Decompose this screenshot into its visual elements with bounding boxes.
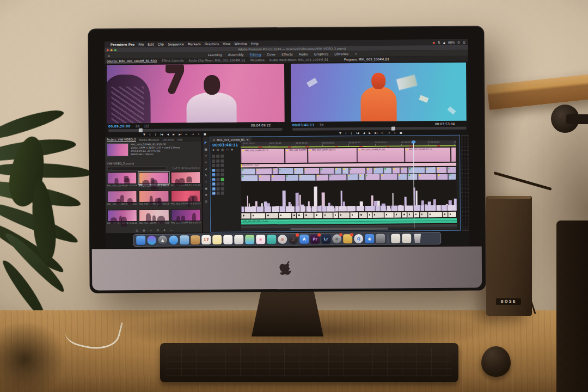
track-v3[interactable]: MXL_003_1004M_B1 [V]MXL_003_1004M_B1 [V]… [241, 148, 456, 163]
dock-system-preferences-icon[interactable]: ⚙ [332, 234, 341, 243]
tab-effect-controls[interactable]: Effect Controls [162, 59, 183, 63]
dock-reminders-icon[interactable] [223, 235, 232, 244]
timeline-tracks[interactable]: MXL_003_1004M_B1 [V]MXL_003_1004M_B1 [V]… [241, 146, 457, 230]
transport-button[interactable]: ▶I [375, 131, 377, 134]
timeline-clip[interactable] [328, 174, 346, 180]
audio-clip[interactable] [339, 212, 350, 218]
timeline-clip[interactable] [293, 168, 303, 174]
transport-button[interactable]: ⇥ [192, 132, 194, 136]
solo-toggle[interactable] [220, 182, 224, 186]
track-toggle[interactable] [212, 159, 215, 162]
track-music[interactable]: VINI_MIX_MASTER_v3.wav [241, 218, 457, 225]
transport-button[interactable]: ▶ [173, 132, 175, 136]
minimize-window-icon[interactable] [111, 49, 113, 51]
timeline-clip[interactable] [347, 174, 358, 180]
timeline-clip[interactable] [271, 206, 279, 212]
timeline-clip[interactable] [373, 168, 383, 174]
timeline-clip[interactable] [408, 167, 425, 173]
track-toggle[interactable] [216, 155, 219, 158]
transport-button[interactable]: ⇤ [381, 131, 383, 134]
close-window-icon[interactable] [107, 49, 109, 51]
playhead-handle[interactable] [412, 140, 415, 143]
timeline-clip[interactable] [437, 167, 446, 173]
clip-thumbnail[interactable] [170, 209, 200, 221]
timeline-clip[interactable] [327, 206, 334, 211]
timeline-clip-v3[interactable] [451, 148, 456, 162]
solo-toggle[interactable] [221, 192, 224, 195]
timeline-clip[interactable] [334, 206, 338, 211]
timeline-clip[interactable] [285, 175, 298, 181]
dock-zoom-icon[interactable]: ◉ [365, 234, 374, 243]
transport-button[interactable]: ⇥ [388, 131, 390, 134]
timeline-header-icon[interactable]: ⊶ [226, 148, 229, 151]
transport-button[interactable]: ■ [400, 131, 402, 134]
audio-clip[interactable] [448, 212, 456, 217]
zoom-window-icon[interactable] [114, 49, 117, 51]
search-input[interactable]: ⌕ [107, 167, 167, 171]
dock-restricted-icon[interactable]: ⊘ [278, 235, 287, 244]
tab-project-3[interactable]: Info [177, 138, 183, 141]
tool-icon-5[interactable]: ✎ [205, 174, 207, 177]
dock-lightroom-icon[interactable]: Lr [321, 234, 330, 243]
timeline-clip[interactable] [316, 174, 328, 180]
track-toggle[interactable] [216, 164, 219, 167]
timeline-clip[interactable] [334, 168, 341, 174]
workspace-overflow-icon[interactable]: » [355, 52, 357, 56]
transport-button[interactable]: ⇩ [394, 131, 396, 134]
timeline-clip[interactable] [414, 205, 419, 211]
clip-thumbnail[interactable] [107, 172, 137, 184]
tab-audio-clip-mixer[interactable]: Audio Clip Mixer: MXL_003_1004M_B1 [188, 58, 245, 63]
audio-clip[interactable] [251, 213, 265, 218]
timeline-clip[interactable] [400, 167, 407, 173]
track-audio-a1[interactable] [241, 212, 457, 219]
project-footer-icon[interactable]: ▦ [143, 229, 145, 232]
audio-track-header[interactable]: A3 [212, 177, 239, 181]
audio-track-header[interactable]: A6 [212, 192, 240, 195]
audio-clip[interactable] [241, 213, 250, 218]
timeline-clip[interactable] [437, 174, 448, 180]
tool-icon-0[interactable]: ◤ [205, 141, 207, 144]
audio-track-header[interactable]: A5 [212, 187, 240, 190]
dock-notes-icon[interactable] [212, 235, 222, 244]
audio-track-header[interactable]: A4 [212, 182, 239, 186]
timeline-clip[interactable] [447, 167, 456, 173]
timeline-clip[interactable] [356, 206, 364, 211]
timeline-clip[interactable] [436, 205, 440, 211]
menu-item-window[interactable]: Window [234, 42, 247, 46]
dock-app-store-icon[interactable]: A [299, 235, 309, 244]
clip-grid-item[interactable]: MXL_002_1004M_B1.1:40:10 [170, 190, 201, 207]
track-toggle[interactable] [216, 159, 219, 162]
timeline-clip[interactable] [418, 174, 437, 180]
timeline-clip[interactable] [285, 206, 294, 212]
track-select-A4[interactable]: A4 [212, 182, 215, 186]
transport-button[interactable]: } [351, 131, 352, 134]
transport-button[interactable]: I◀ [356, 131, 359, 134]
panel-menu-icon[interactable]: ≡ [246, 138, 248, 141]
tab-workspace-audio[interactable]: Audio [299, 52, 308, 56]
timeline-clip[interactable] [365, 174, 380, 180]
clip-thumbnail[interactable] [170, 190, 200, 202]
dock-utility-icon[interactable] [376, 234, 385, 243]
clip-grid-item[interactable]: MXL_012_1012M_B1.0:48:12 [139, 172, 169, 189]
audio-clip[interactable] [323, 212, 333, 218]
menu-item-markers[interactable]: Markers [188, 42, 201, 46]
timeline-header-icon[interactable]: ▥ [221, 148, 224, 151]
audio-clip[interactable] [419, 212, 427, 217]
audio-clip[interactable] [443, 212, 448, 217]
audio-clip[interactable] [367, 212, 372, 218]
timeline-clip[interactable] [391, 206, 397, 211]
track-toggle[interactable] [212, 155, 215, 158]
timeline-clip[interactable] [392, 168, 400, 174]
tool-icon-1[interactable]: ▦ [204, 148, 207, 151]
tab-audio-track-mixer[interactable]: Audio Track Mixer: MXL_003_1004M_B1 [270, 58, 328, 62]
clip-thumbnail[interactable] [107, 191, 137, 203]
source-fit-dropdown[interactable]: Fit [136, 124, 139, 128]
program-scrubber-thumb[interactable] [391, 127, 395, 131]
dock-folder-tan-icon[interactable] [191, 235, 200, 244]
timeline-clip[interactable] [339, 206, 346, 211]
source-monitor-video[interactable] [107, 64, 285, 123]
transport-button[interactable]: ▶ [369, 131, 371, 134]
track-select-A3[interactable]: A3 [212, 177, 215, 181]
clip-thumbnail[interactable] [170, 171, 200, 183]
transport-button[interactable]: ■ [204, 132, 206, 136]
